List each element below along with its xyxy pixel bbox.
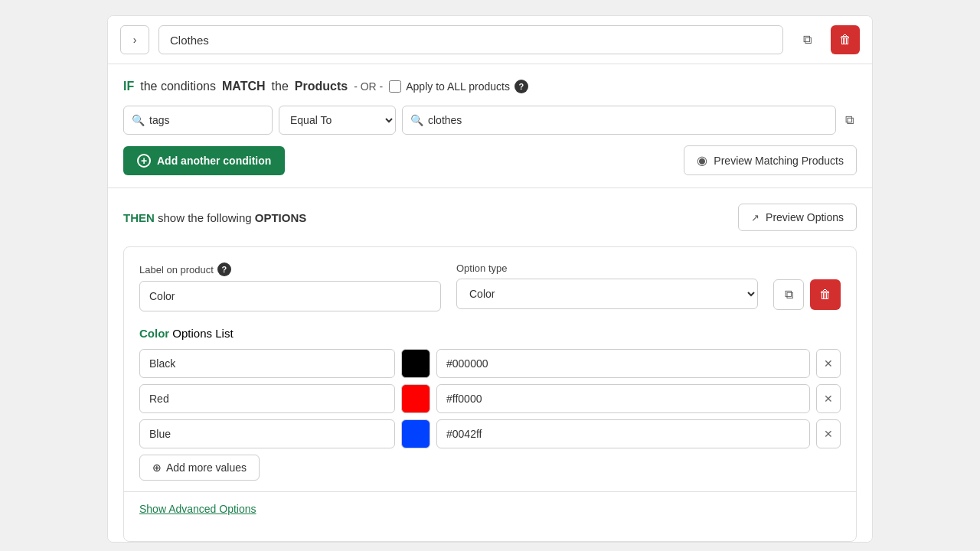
search-icon: 🔍 xyxy=(132,114,145,126)
color-options-title: Color Options List xyxy=(139,327,841,340)
then-label: THEN xyxy=(123,211,155,224)
if-label: IF xyxy=(123,80,134,93)
apply-all-label: Apply to ALL products xyxy=(406,80,510,93)
color-name-input-blue[interactable] xyxy=(139,419,395,448)
remove-color-button-black[interactable]: ✕ xyxy=(816,349,841,378)
preview-matching-icon: ◉ xyxy=(697,153,707,168)
conditions-section: IF the conditions MATCH the Products - O… xyxy=(108,64,872,188)
condition-value-input[interactable] xyxy=(428,114,828,126)
option-card: Label on product ? Option type Color Tex… xyxy=(123,246,857,542)
color-hex-input-black[interactable] xyxy=(436,349,810,378)
color-swatch-red[interactable] xyxy=(401,384,430,413)
color-name-input-black[interactable] xyxy=(139,349,395,378)
header-bar: › ⧉ 🗑 xyxy=(108,16,872,64)
add-condition-label: Add another condition xyxy=(157,155,271,167)
add-values-label: Add more values xyxy=(166,461,247,474)
option-card-actions: ⧉ 🗑 xyxy=(773,279,841,310)
breadcrumb-back-button[interactable]: › xyxy=(120,25,149,54)
copy-condition-icon: ⧉ xyxy=(845,113,854,126)
condition-row: 🔍 Equal To Not Equal To Contains Does No… xyxy=(123,106,857,135)
remove-color-button-blue[interactable]: ✕ xyxy=(816,419,841,448)
delete-option-icon: 🗑 xyxy=(819,288,831,302)
option-type-select[interactable]: Color Text Dropdown Radio Checkbox xyxy=(456,279,758,309)
options-bold-label: OPTIONS xyxy=(255,211,307,224)
remove-color-button-red[interactable]: ✕ xyxy=(816,384,841,413)
label-help-icon[interactable]: ? xyxy=(217,262,231,276)
color-options-suffix: Options List xyxy=(172,327,233,340)
color-swatch-black[interactable] xyxy=(401,349,430,378)
copy-option-icon: ⧉ xyxy=(785,288,793,302)
preview-matching-label: Preview Matching Products xyxy=(714,155,844,167)
conditions-header: IF the conditions MATCH the Products - O… xyxy=(123,80,857,93)
options-section: THEN show the following OPTIONS ↗ Previe… xyxy=(108,188,872,542)
preview-matching-products-button[interactable]: ◉ Preview Matching Products xyxy=(684,145,857,175)
color-row-black: ✕ xyxy=(139,349,841,378)
or-separator: - OR - xyxy=(354,80,383,93)
product-text: the xyxy=(272,80,289,93)
close-icon: ✕ xyxy=(824,393,833,405)
apply-all-wrapper: Apply to ALL products ? xyxy=(389,80,528,93)
label-field-input[interactable] xyxy=(139,281,441,311)
delete-option-button[interactable]: 🗑 xyxy=(810,279,841,310)
option-type-label: Option type xyxy=(456,262,758,274)
copy-option-button[interactable]: ⧉ xyxy=(773,279,804,310)
color-hex-input-red[interactable] xyxy=(436,384,810,413)
conditions-action-row: + Add another condition ◉ Preview Matchi… xyxy=(123,145,857,175)
condition-operator-select[interactable]: Equal To Not Equal To Contains Does Not … xyxy=(279,106,396,135)
chevron-right-icon: › xyxy=(133,34,137,46)
condition-field-wrapper: 🔍 xyxy=(123,106,273,135)
delete-collection-button[interactable]: 🗑 xyxy=(831,25,860,54)
preview-options-label: Preview Options xyxy=(766,211,844,223)
trash-icon: 🗑 xyxy=(839,33,851,47)
color-swatch-blue[interactable] xyxy=(401,419,430,448)
close-icon: ✕ xyxy=(824,428,833,440)
option-type-field-group: Option type Color Text Dropdown Radio Ch… xyxy=(456,262,758,309)
copy-collection-button[interactable]: ⧉ xyxy=(792,25,822,54)
products-bold-label: Products xyxy=(295,80,348,93)
color-hex-input-blue[interactable] xyxy=(436,419,810,448)
show-advanced-options-button[interactable]: Show Advanced Options xyxy=(139,492,256,526)
color-name-input-red[interactable] xyxy=(139,384,395,413)
label-field-group: Label on product ? xyxy=(139,262,441,311)
options-section-header: THEN show the following OPTIONS ↗ Previe… xyxy=(123,204,857,231)
add-condition-button[interactable]: + Add another condition xyxy=(123,146,285,175)
copy-icon: ⧉ xyxy=(803,33,812,47)
apply-all-checkbox[interactable] xyxy=(389,80,401,93)
show-advanced-label: Show Advanced Options xyxy=(139,503,256,515)
color-row-red: ✕ xyxy=(139,384,841,413)
value-search-icon: 🔍 xyxy=(410,114,423,126)
label-field-label: Label on product ? xyxy=(139,262,441,276)
preview-options-button[interactable]: ↗ Preview Options xyxy=(738,204,857,231)
color-row-blue: ✕ xyxy=(139,419,841,448)
conditions-match-text: the conditions xyxy=(140,80,216,93)
condition-value-wrapper: 🔍 xyxy=(402,106,836,135)
external-link-icon: ↗ xyxy=(751,212,760,223)
color-options-color-label: Color xyxy=(139,327,169,340)
option-card-header: Label on product ? Option type Color Tex… xyxy=(139,262,841,311)
add-more-values-button[interactable]: ⊕ Add more values xyxy=(139,455,260,481)
apply-all-help-icon[interactable]: ? xyxy=(514,80,528,93)
options-header-text: THEN show the following OPTIONS xyxy=(123,211,306,224)
collection-title-input[interactable] xyxy=(158,25,783,54)
plus-circle-icon: + xyxy=(137,154,151,168)
copy-condition-button[interactable]: ⧉ xyxy=(842,110,857,130)
add-values-plus-icon: ⊕ xyxy=(152,461,162,474)
close-icon: ✕ xyxy=(824,357,833,370)
match-bold-label: MATCH xyxy=(222,80,266,93)
show-following-text: show the following xyxy=(158,211,252,224)
condition-field-input[interactable] xyxy=(149,114,264,126)
